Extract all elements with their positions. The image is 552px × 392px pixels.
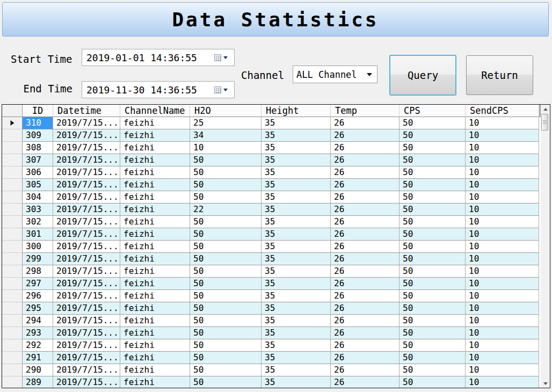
cell-height[interactable]: 35: [262, 204, 331, 216]
cell-temp[interactable]: 26: [331, 216, 400, 228]
cell-channel[interactable]: feizhi: [120, 364, 190, 376]
cell-datetime[interactable]: 2019/7/15...: [53, 228, 120, 241]
cell-datetime[interactable]: 2019/7/15...: [53, 142, 120, 154]
cell-channel[interactable]: feizhi: [120, 204, 190, 216]
cell-h2o[interactable]: 50: [190, 191, 262, 204]
cell-sendcps[interactable]: 10: [466, 265, 539, 278]
column-header-height[interactable]: Height: [262, 105, 331, 117]
cell-datetime[interactable]: 2019/7/15...: [53, 265, 120, 278]
cell-id[interactable]: 292: [23, 339, 53, 352]
cell-cps[interactable]: 50: [400, 191, 466, 204]
cell-sendcps[interactable]: 10: [466, 339, 539, 352]
cell-cps[interactable]: 50: [400, 364, 466, 376]
column-header-h2o[interactable]: H2O: [190, 105, 262, 117]
cell-channel[interactable]: feizhi: [120, 302, 190, 315]
cell-h2o[interactable]: 25: [190, 117, 262, 129]
cell-cps[interactable]: 50: [400, 352, 466, 364]
start-time-dropdown-button[interactable]: [214, 54, 228, 61]
cell-h2o[interactable]: 50: [190, 278, 262, 290]
cell-sendcps[interactable]: 10: [466, 216, 539, 228]
row-header[interactable]: [2, 327, 23, 339]
cell-cps[interactable]: 50: [400, 253, 466, 265]
cell-channel[interactable]: feizhi: [120, 241, 190, 253]
cell-temp[interactable]: 26: [331, 228, 400, 241]
row-header[interactable]: [2, 352, 23, 364]
cell-h2o[interactable]: 50: [190, 364, 262, 376]
cell-cps[interactable]: 50: [400, 216, 466, 228]
cell-height[interactable]: 35: [262, 352, 331, 364]
cell-sendcps[interactable]: 10: [466, 228, 539, 241]
cell-cps[interactable]: 50: [400, 327, 466, 339]
cell-id[interactable]: 309: [23, 129, 53, 142]
scrollbar-thumb[interactable]: [541, 114, 548, 130]
cell-cps[interactable]: 50: [400, 179, 466, 191]
cell-temp[interactable]: 26: [331, 129, 400, 142]
cell-sendcps[interactable]: 10: [466, 376, 539, 388]
cell-cps[interactable]: 50: [400, 241, 466, 253]
cell-height[interactable]: 35: [262, 265, 331, 278]
cell-height[interactable]: 35: [262, 364, 331, 376]
cell-temp[interactable]: 26: [331, 265, 400, 278]
cell-channel[interactable]: feizhi: [120, 265, 190, 278]
cell-id[interactable]: 301: [23, 228, 53, 241]
row-header[interactable]: [2, 241, 23, 253]
row-header[interactable]: [2, 228, 23, 241]
cell-id[interactable]: 295: [23, 302, 53, 315]
cell-cps[interactable]: 50: [400, 278, 466, 290]
cell-sendcps[interactable]: 10: [466, 129, 539, 142]
return-button[interactable]: Return: [466, 55, 533, 95]
cell-sendcps[interactable]: 10: [466, 253, 539, 265]
cell-h2o[interactable]: 50: [190, 327, 262, 339]
column-header-id[interactable]: ID: [23, 105, 53, 117]
cell-sendcps[interactable]: 10: [466, 327, 539, 339]
cell-h2o[interactable]: 50: [190, 352, 262, 364]
row-header[interactable]: [2, 302, 23, 315]
cell-datetime[interactable]: 2019/7/15...: [53, 253, 120, 265]
cell-temp[interactable]: 26: [331, 302, 400, 315]
cell-h2o[interactable]: 50: [190, 265, 262, 278]
cell-datetime[interactable]: 2019/7/15...: [53, 278, 120, 290]
cell-datetime[interactable]: 2019/7/15...: [53, 241, 120, 253]
cell-channel[interactable]: feizhi: [120, 179, 190, 191]
cell-temp[interactable]: 26: [331, 352, 400, 364]
cell-temp[interactable]: 26: [331, 278, 400, 290]
row-header[interactable]: [2, 290, 23, 302]
cell-sendcps[interactable]: 10: [466, 117, 539, 129]
column-header-datetime[interactable]: Datetime: [53, 105, 120, 117]
cell-sendcps[interactable]: 10: [466, 166, 539, 179]
cell-datetime[interactable]: 2019/7/15...: [53, 376, 120, 388]
cell-temp[interactable]: 26: [331, 376, 400, 388]
cell-h2o[interactable]: 50: [190, 290, 262, 302]
cell-sendcps[interactable]: 10: [466, 364, 539, 376]
cell-id[interactable]: 290: [23, 364, 53, 376]
cell-id[interactable]: 306: [23, 166, 53, 179]
row-header[interactable]: [2, 216, 23, 228]
scroll-up-button[interactable]: [541, 105, 550, 113]
cell-sendcps[interactable]: 10: [466, 142, 539, 154]
column-header-channelname[interactable]: ChannelName: [120, 105, 190, 117]
cell-datetime[interactable]: 2019/7/15...: [53, 364, 120, 376]
cell-height[interactable]: 35: [262, 327, 331, 339]
cell-channel[interactable]: feizhi: [120, 228, 190, 241]
cell-channel[interactable]: feizhi: [120, 142, 190, 154]
row-header[interactable]: [2, 179, 23, 191]
cell-cps[interactable]: 50: [400, 302, 466, 315]
cell-sendcps[interactable]: 10: [466, 191, 539, 204]
cell-temp[interactable]: 26: [331, 142, 400, 154]
cell-cps[interactable]: 50: [400, 228, 466, 241]
row-header[interactable]: [2, 376, 23, 388]
start-time-picker[interactable]: 2019-01-01 14:36:55: [82, 49, 235, 66]
cell-sendcps[interactable]: 10: [466, 179, 539, 191]
cell-cps[interactable]: 50: [400, 204, 466, 216]
cell-channel[interactable]: feizhi: [120, 129, 190, 142]
cell-cps[interactable]: 50: [400, 117, 466, 129]
cell-height[interactable]: 35: [262, 191, 331, 204]
row-header[interactable]: [2, 166, 23, 179]
cell-datetime[interactable]: 2019/7/15...: [53, 216, 120, 228]
cell-h2o[interactable]: 50: [190, 376, 262, 388]
cell-temp[interactable]: 26: [331, 154, 400, 166]
cell-id[interactable]: 298: [23, 265, 53, 278]
cell-temp[interactable]: 26: [331, 339, 400, 352]
cell-sendcps[interactable]: 10: [466, 204, 539, 216]
cell-datetime[interactable]: 2019/7/15...: [53, 352, 120, 364]
